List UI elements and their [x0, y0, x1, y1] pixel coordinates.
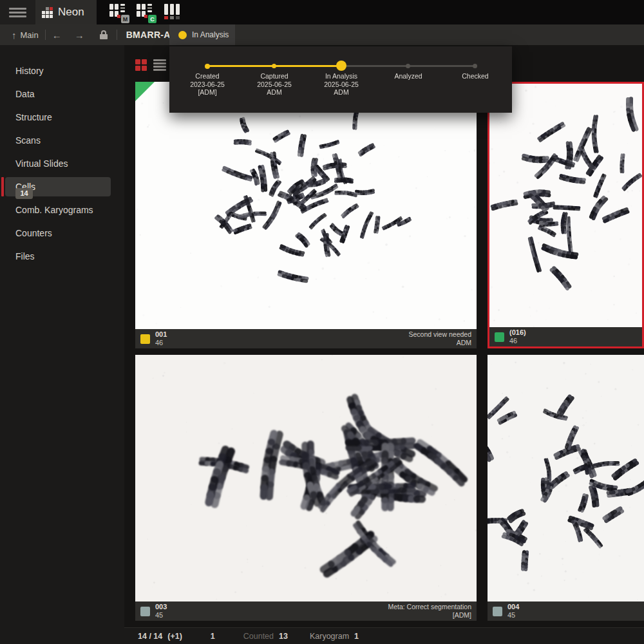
app-title: Neon	[58, 6, 84, 19]
sidebar: History Data Structure Scans Virtual Sli…	[0, 45, 124, 644]
workflow-step-captured: Captured2025-06-25ADM	[239, 72, 310, 97]
workflow-status-popup: Created2023-06-25[ADM] Captured2025-06-2…	[169, 46, 512, 113]
chromosome-count: 45	[507, 611, 519, 620]
sidebar-item-history[interactable]: History	[0, 59, 124, 82]
lock-button[interactable]	[91, 24, 117, 45]
cell-status-swatch	[495, 332, 504, 342]
cell-note: Second view needed	[409, 330, 472, 338]
main-label: Main	[21, 30, 39, 40]
step-dot-checked[interactable]	[473, 64, 477, 68]
up-icon: ↑	[12, 30, 17, 41]
badge-m: M	[121, 15, 129, 23]
navigation-bar: ↑ Main ← → BMARR-A In Analysis	[0, 24, 644, 45]
cells-count-badge: 14	[15, 188, 33, 199]
karyogram-value: 1	[354, 632, 359, 641]
cell-note: Meta: Correct segmentation	[388, 603, 471, 611]
workflow-step-in-analysis: In Analysis2025-06-25ADM	[306, 72, 377, 97]
list-view-icon[interactable]	[153, 59, 166, 71]
workflow-step-analyzed: Analyzed	[373, 72, 444, 80]
cell-thumbnail-003[interactable]: 003 45 Meta: Correct segmentation [ADM]	[135, 355, 477, 621]
cell-status-swatch	[140, 607, 150, 616]
cell-thumbnail-001[interactable]: 001 46 Second view needed ADM	[135, 82, 477, 348]
badge-c: C	[148, 15, 156, 23]
workflow-step-checked: Checked	[440, 72, 511, 80]
lock-icon	[100, 30, 108, 39]
gallery-window-icon[interactable]	[162, 2, 183, 23]
status-dot-icon	[178, 31, 187, 39]
chromosome-count: 45	[155, 611, 167, 620]
chromosome-count: 46	[155, 339, 167, 347]
status-label: In Analysis	[192, 30, 229, 39]
metaphase-window-icon[interactable]: M	[108, 2, 129, 23]
sidebar-item-scans[interactable]: Scans	[0, 129, 124, 152]
sidebar-item-comb-karyograms[interactable]: Comb. Karyograms	[0, 198, 124, 222]
karyogram-label: Karyogram	[310, 632, 349, 641]
forward-button[interactable]: →	[68, 24, 91, 45]
top-bar: Neon M C	[0, 0, 644, 24]
step-dot-in-analysis[interactable]	[336, 61, 346, 71]
cell-thumbnail-016[interactable]: (016) 46	[488, 82, 644, 348]
cell-footer: 004 45	[488, 601, 644, 621]
back-button[interactable]: ←	[46, 24, 68, 45]
chromosome-count: 46	[509, 337, 526, 345]
counted-value: 13	[279, 632, 288, 641]
cell-status-swatch	[493, 607, 502, 616]
cell-gallery: 001 46 Second view needed ADM (016) 46 0…	[124, 45, 644, 644]
cell-note-user: ADM	[457, 339, 471, 346]
cell-footer: 001 46 Second view needed ADM	[135, 329, 477, 348]
active-indicator	[1, 177, 4, 196]
cell-thumbnail-004[interactable]: 004 45	[488, 355, 644, 621]
step-dot-created[interactable]	[205, 64, 210, 69]
sidebar-item-counters[interactable]: Counters	[0, 222, 124, 245]
cell-id: 004	[507, 603, 519, 611]
sidebar-item-structure[interactable]: Structure	[0, 106, 124, 129]
cell-id: 003	[155, 603, 167, 611]
case-status-dropdown[interactable]: In Analysis	[169, 24, 235, 45]
step-dot-captured[interactable]	[272, 64, 276, 68]
karyogram-window-icon[interactable]: C	[135, 2, 156, 23]
gallery-status-bar: 14 / 14 (+1) 1 Counted 13 Karyogram 1	[124, 627, 644, 644]
cell-footer: (016) 46	[489, 327, 642, 346]
back-icon: ←	[52, 30, 62, 41]
extra-count: (+1)	[167, 632, 182, 641]
workflow-step-created: Created2023-06-25[ADM]	[172, 72, 243, 97]
cell-footer: 003 45 Meta: Correct segmentation [ADM]	[135, 601, 477, 621]
cell-id: (016)	[509, 328, 526, 337]
neon-logo-icon	[42, 7, 53, 18]
forward-icon: →	[75, 30, 84, 41]
cell-note-user: [ADM]	[453, 611, 471, 619]
open-windows: M C	[105, 0, 183, 24]
app-tab[interactable]: Neon	[35, 0, 97, 24]
view-toolbar	[135, 59, 166, 71]
sidebar-item-virtual-slides[interactable]: Virtual Slides	[0, 152, 124, 175]
grid-view-icon[interactable]	[135, 59, 147, 71]
step-dot-analyzed[interactable]	[406, 64, 410, 68]
selected-count: 1	[211, 632, 215, 641]
sidebar-item-data[interactable]: Data	[0, 82, 124, 106]
menu-icon[interactable]	[0, 0, 35, 24]
cells-shown-count: 14 / 14	[138, 632, 162, 641]
cell-status-swatch	[140, 334, 150, 344]
sidebar-item-cells[interactable]: Cells 14	[0, 175, 124, 198]
go-to-main-button[interactable]: ↑ Main	[5, 24, 45, 45]
cell-id: 001	[155, 330, 167, 339]
counted-label: Counted	[243, 632, 274, 641]
sidebar-item-files[interactable]: Files	[0, 245, 124, 268]
